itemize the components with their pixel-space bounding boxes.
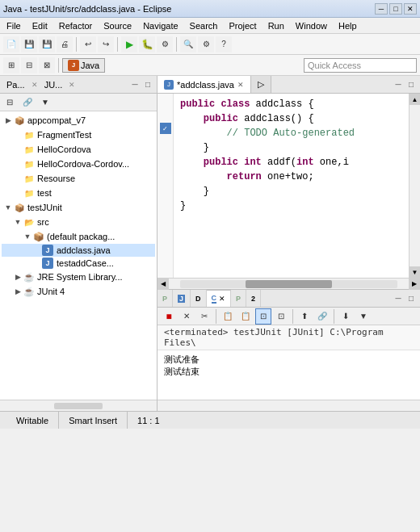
tree-node-appcompat[interactable]: ▶ 📦 appcompat_v7 <box>2 113 155 128</box>
close-tab-button[interactable]: ✕ <box>237 81 244 89</box>
hscroll-track[interactable] <box>180 280 397 288</box>
expand-icon[interactable]: ▼ <box>13 217 23 227</box>
save-all-button[interactable]: 💾 <box>39 36 55 52</box>
run-button[interactable]: ▶ <box>121 36 137 52</box>
folder-open-icon: 📂 <box>23 216 36 228</box>
tree-node-test[interactable]: 📁 test <box>2 186 155 200</box>
menu-navigate[interactable]: Navigate <box>138 19 183 32</box>
tree-node-addclass[interactable]: J addclass.java <box>2 244 155 257</box>
perspective-btn-3[interactable]: ⊠ <box>39 57 55 73</box>
bottom-tab-c[interactable]: C ✕ <box>207 290 232 307</box>
quick-access-input[interactable]: Quick Access <box>304 58 417 73</box>
export-button[interactable]: ⬆ <box>296 308 313 325</box>
tab-package-explorer[interactable]: Pa... <box>3 80 28 90</box>
menu-file[interactable]: File <box>2 19 26 32</box>
expand-icon[interactable]: ▼ <box>3 203 13 212</box>
menu-source[interactable]: Source <box>99 19 136 32</box>
tree-node-src[interactable]: ▼ 📂 src <box>2 215 155 229</box>
maximize-bottom-button[interactable]: □ <box>405 294 417 303</box>
tab-c-close[interactable]: ✕ <box>219 295 225 303</box>
minimize-panel-button[interactable]: ─ <box>129 80 141 89</box>
panel-header-buttons: ─ □ <box>129 80 153 89</box>
tree-node-default-package[interactable]: ▼ 📦 (default packag... <box>2 229 155 244</box>
tree-node-testjunit[interactable]: ▼ 📦 testJUnit <box>2 200 155 215</box>
scroll-left-button[interactable]: ◀ <box>158 279 169 290</box>
menu-help[interactable]: Help <box>334 19 362 32</box>
tree-node-jre[interactable]: ▶ ☕ JRE System Library... <box>2 270 155 284</box>
code-editor[interactable]: public class addclass { public addclass(… <box>174 94 409 278</box>
tree-node-junit4[interactable]: ▶ ☕ JUnit 4 <box>2 284 155 299</box>
save-button[interactable]: 💾 <box>21 36 37 52</box>
collapse-all-button[interactable]: ⊟ <box>2 94 18 111</box>
perspective-btn-1[interactable]: ⊞ <box>3 57 19 73</box>
help-icon[interactable]: ? <box>216 36 232 52</box>
maximize-editor-button[interactable]: □ <box>405 80 417 89</box>
minimize-bottom-button[interactable]: ─ <box>393 294 404 303</box>
maximize-panel-button[interactable]: □ <box>142 80 153 89</box>
new-button[interactable]: 📄 <box>3 36 19 52</box>
link-button[interactable]: 🔗 <box>314 308 330 325</box>
bottom-tab-d[interactable]: D <box>191 290 207 307</box>
close-button[interactable]: ✕ <box>404 3 417 15</box>
tree-toolbar: ⊟ 🔗 ▼ <box>0 94 157 111</box>
bottom-scrollbar[interactable] <box>158 400 420 411</box>
bottom-toolbar: ■ ✕ ✂ 📋 📋 ⊡ ⊡ ⬆ 🔗 ⬇ ▼ <box>158 308 420 325</box>
minimize-button[interactable]: ─ <box>375 3 388 15</box>
paste-button[interactable]: 📋 <box>237 308 254 325</box>
hscroll-thumb[interactable] <box>246 280 333 288</box>
expand-icon <box>32 245 42 255</box>
bottom-tab-p1[interactable]: P <box>158 290 173 307</box>
menu-project[interactable]: Project <box>224 19 261 32</box>
copy-button[interactable]: 📋 <box>220 308 236 325</box>
tree-node-resourse[interactable]: 📁 Resourse <box>2 171 155 186</box>
tree-menu-button[interactable]: ▼ <box>37 94 53 111</box>
menu-window[interactable]: Window <box>291 19 332 32</box>
minimize-editor-button[interactable]: ─ <box>393 80 404 89</box>
build-button[interactable]: ⚙ <box>157 36 173 52</box>
menu-button[interactable]: ▼ <box>355 308 372 325</box>
bottom-tab-2[interactable]: 2 <box>246 290 261 307</box>
redo-button[interactable]: ↪ <box>98 36 114 52</box>
link-editor-button[interactable]: 🔗 <box>19 94 36 111</box>
tree-node-fragmenttest[interactable]: 📁 FragmentTest <box>2 128 155 142</box>
java-perspective-button[interactable]: J Java <box>62 58 105 73</box>
bottom-tab-p2[interactable]: P <box>231 290 246 307</box>
editor-hscrollbar[interactable]: ◀ ▶ <box>158 278 420 289</box>
scroll-up-button[interactable]: ▲ <box>410 94 420 105</box>
menu-edit[interactable]: Edit <box>27 19 52 32</box>
import-button[interactable]: ⬇ <box>338 308 354 325</box>
editor-right-scrollbar[interactable]: ▲ ▼ <box>409 94 420 278</box>
search-icon[interactable]: 🔍 <box>180 36 196 52</box>
expand-icon[interactable]: ▶ <box>13 272 23 282</box>
perspective-btn-2[interactable]: ⊟ <box>21 57 37 73</box>
expand-icon[interactable]: ▼ <box>23 232 32 241</box>
folder-icon: 📁 <box>23 186 36 199</box>
scroll-down-button[interactable]: ▼ <box>410 266 420 278</box>
print-button[interactable]: 🖨 <box>57 36 73 52</box>
debug-button[interactable]: 🐛 <box>139 36 155 52</box>
menu-run[interactable]: Run <box>263 19 289 32</box>
left-panel-scrollbar[interactable] <box>0 400 157 411</box>
tab-second[interactable]: ▷ <box>251 76 271 93</box>
tab-junit[interactable]: JU... <box>41 80 66 90</box>
undo-button[interactable]: ↩ <box>80 36 96 52</box>
view-toggle-button2[interactable]: ⊡ <box>273 308 289 325</box>
view-toggle-button[interactable]: ⊡ <box>255 308 271 325</box>
menu-refactor[interactable]: Refactor <box>54 19 98 32</box>
expand-icon[interactable]: ▶ <box>3 115 13 125</box>
tree-view[interactable]: ▶ 📦 appcompat_v7 📁 FragmentTest 📁 HelloC… <box>0 111 157 400</box>
maximize-button[interactable]: □ <box>389 3 402 15</box>
scroll-right-button[interactable]: ▶ <box>409 279 420 290</box>
expand-icon[interactable]: ▶ <box>13 287 23 296</box>
cut-button[interactable]: ✂ <box>196 308 212 325</box>
clear-button[interactable]: ✕ <box>178 308 195 325</box>
tree-node-hellocordova2[interactable]: 📁 HelloCordova-Cordov... <box>2 157 155 171</box>
stop-button[interactable]: ■ <box>161 308 177 325</box>
menu-search[interactable]: Search <box>185 19 223 32</box>
bottom-tab-j[interactable]: J <box>173 290 191 307</box>
tree-node-hellocordova[interactable]: 📁 HelloCordova <box>2 142 155 157</box>
editor-tab-bar: J *addclass.java ✕ ▷ ─ □ <box>158 76 420 94</box>
settings-button[interactable]: ⚙ <box>198 36 214 52</box>
tab-addclass[interactable]: J *addclass.java ✕ <box>158 76 251 93</box>
tree-node-testaddcase[interactable]: J testaddCase... <box>2 257 155 270</box>
